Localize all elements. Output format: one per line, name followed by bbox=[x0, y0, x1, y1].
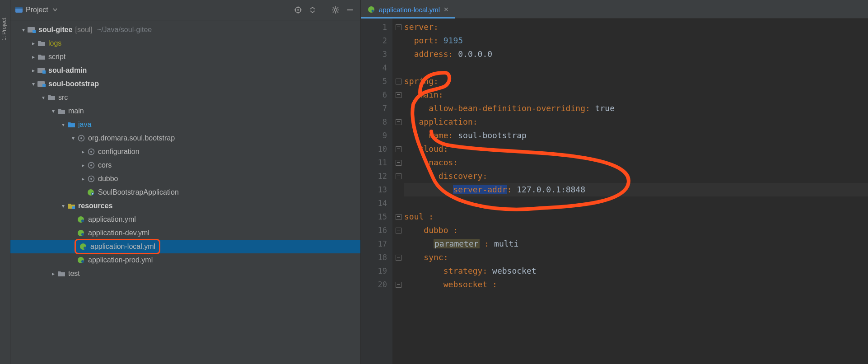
tree-row-soul-bootstrap[interactable]: ▾soul-bootstrap bbox=[10, 77, 360, 91]
svg-point-42 bbox=[81, 260, 84, 263]
tree-row-logs[interactable]: ▸logs bbox=[10, 37, 360, 50]
locate-target-button[interactable] bbox=[292, 4, 304, 16]
fold-blank bbox=[392, 102, 404, 115]
fold-toggle[interactable] bbox=[392, 278, 404, 291]
springcfg-icon bbox=[77, 215, 85, 224]
folder-icon bbox=[37, 40, 46, 47]
chevron-down-icon[interactable]: ▾ bbox=[59, 121, 67, 128]
tree-row-soul-admin[interactable]: ▸soul-admin bbox=[10, 64, 360, 77]
chevron-down-icon[interactable]: ▾ bbox=[29, 81, 37, 87]
chevron-right-icon[interactable]: ▸ bbox=[29, 54, 37, 60]
project-tree[interactable]: ▾soul-gitee[soul]~/Java/soul-gitee▸logs▸… bbox=[10, 20, 360, 280]
pkg-icon bbox=[77, 135, 85, 142]
rail-project-label[interactable]: 1: Project bbox=[1, 18, 7, 41]
tree-row-application-local-yml[interactable]: ▸application-local.yml bbox=[10, 240, 360, 253]
fold-toggle[interactable] bbox=[392, 115, 404, 129]
fold-toggle[interactable] bbox=[392, 156, 404, 169]
editor-tab-application-local[interactable]: application-local.yml ✕ bbox=[361, 0, 455, 18]
tree-row-application-dev-yml[interactable]: ▸application-dev.yml bbox=[10, 226, 360, 240]
code-line[interactable]: cloud: bbox=[404, 142, 868, 156]
chevron-down-icon[interactable]: ▾ bbox=[49, 108, 57, 114]
tree-row-application-prod-yml[interactable]: ▸application-prod.yml bbox=[10, 253, 360, 267]
code-line[interactable]: server: bbox=[404, 20, 868, 34]
tree-row-configuration[interactable]: ▸configuration bbox=[10, 145, 360, 159]
fold-minus-icon bbox=[396, 282, 401, 288]
fold-toggle[interactable] bbox=[392, 224, 404, 237]
tree-label: configuration bbox=[98, 148, 140, 156]
code-line[interactable] bbox=[404, 196, 868, 210]
code-line[interactable]: sync: bbox=[404, 251, 868, 264]
expand-all-button[interactable] bbox=[307, 4, 318, 16]
chevron-down-icon[interactable]: ▾ bbox=[39, 94, 47, 101]
chevron-right-icon[interactable]: ▸ bbox=[79, 176, 87, 182]
editor-body[interactable]: 1234567891011121314151617181920 server: … bbox=[361, 19, 868, 364]
tree-row-soul-gitee[interactable]: ▾soul-gitee[soul]~/Java/soul-gitee bbox=[10, 23, 360, 37]
code-line[interactable]: nacos: bbox=[404, 156, 868, 169]
gutter-line-number: 7 bbox=[361, 102, 387, 115]
chevron-down-icon[interactable]: ▾ bbox=[69, 135, 77, 141]
tree-row-script[interactable]: ▸script bbox=[10, 50, 360, 64]
tree-row-application-yml[interactable]: ▸application.yml bbox=[10, 213, 360, 226]
chevron-right-icon[interactable]: ▸ bbox=[29, 67, 37, 74]
gutter-line-number: 18 bbox=[361, 251, 387, 264]
project-view-selector[interactable]: Project bbox=[26, 6, 59, 14]
code-line[interactable]: parameter : multi bbox=[404, 237, 868, 251]
code-line[interactable] bbox=[404, 61, 868, 75]
tree-row-src[interactable]: ▾src bbox=[10, 91, 360, 104]
editor-panel: application-local.yml ✕ 1234567891011121… bbox=[361, 0, 868, 364]
fold-toggle[interactable] bbox=[392, 169, 404, 183]
fold-toggle[interactable] bbox=[392, 88, 404, 102]
fold-blank bbox=[392, 237, 404, 251]
tool-window-rail[interactable]: 1: Project bbox=[0, 0, 10, 364]
fold-toggle[interactable] bbox=[392, 142, 404, 156]
close-icon[interactable]: ✕ bbox=[443, 6, 449, 13]
chevron-right-icon[interactable]: ▸ bbox=[49, 271, 57, 277]
tree-row-resources[interactable]: ▾resources bbox=[10, 199, 360, 213]
svg-point-36 bbox=[81, 219, 84, 222]
fold-toggle[interactable] bbox=[392, 210, 404, 224]
code-line[interactable]: allow-bean-definition-overriding: true bbox=[404, 102, 868, 115]
tree-row-java[interactable]: ▾java bbox=[10, 118, 360, 131]
tree-row-org-dromara-soul-bootstrap[interactable]: ▾org.dromara.soul.bootstrap bbox=[10, 131, 360, 145]
tree-row-test[interactable]: ▸test bbox=[10, 267, 360, 280]
code-token-key: name: bbox=[429, 131, 458, 140]
chevron-down-icon[interactable]: ▾ bbox=[19, 27, 28, 33]
svg-point-38 bbox=[81, 233, 84, 236]
code-line[interactable]: application: bbox=[404, 115, 868, 129]
fold-strip[interactable] bbox=[392, 19, 404, 364]
code-line[interactable]: server-addr: 127.0.0.1:8848 bbox=[404, 183, 868, 196]
code-token-selkey: server-addr bbox=[453, 185, 507, 194]
chevron-right-icon[interactable]: ▸ bbox=[79, 162, 87, 168]
tree-row-cors[interactable]: ▸cors bbox=[10, 159, 360, 172]
editor-tab-bar[interactable]: application-local.yml ✕ bbox=[361, 0, 868, 19]
chevron-right-icon[interactable]: ▸ bbox=[79, 149, 87, 155]
fold-toggle[interactable] bbox=[392, 251, 404, 264]
fold-minus-icon bbox=[396, 214, 401, 220]
module-icon bbox=[37, 67, 46, 74]
hide-button[interactable] bbox=[344, 4, 356, 16]
tree-label: application-dev.yml bbox=[88, 229, 149, 237]
code-token-key: websocket : bbox=[443, 280, 497, 289]
code-line[interactable]: address: 0.0.0.0 bbox=[404, 47, 868, 61]
code-line[interactable]: port: 9195 bbox=[404, 34, 868, 47]
code-line[interactable]: name: soul-bootstrap bbox=[404, 129, 868, 142]
code-line[interactable]: soul : bbox=[404, 210, 868, 224]
code-line[interactable]: websocket : bbox=[404, 278, 868, 291]
tree-label: SoulBootstrapApplication bbox=[98, 188, 179, 196]
tree-row-dubbo[interactable]: ▸dubbo bbox=[10, 172, 360, 186]
code-line[interactable]: dubbo : bbox=[404, 224, 868, 237]
fold-toggle[interactable] bbox=[392, 75, 404, 88]
tree-row-soulbootstrapapplication[interactable]: ▸SoulBootstrapApplication bbox=[10, 186, 360, 199]
code-line[interactable]: strategy: websocket bbox=[404, 264, 868, 278]
code-line[interactable]: main: bbox=[404, 88, 868, 102]
chevron-down-icon[interactable]: ▾ bbox=[59, 203, 67, 209]
tree-row-main[interactable]: ▾main bbox=[10, 104, 360, 118]
project-header: Project bbox=[10, 0, 360, 20]
gutter-line-number: 4 bbox=[361, 61, 387, 75]
code-line[interactable]: discovery: bbox=[404, 169, 868, 183]
chevron-right-icon[interactable]: ▸ bbox=[29, 40, 37, 47]
code-line[interactable]: spring: bbox=[404, 75, 868, 88]
code-area[interactable]: server: port: 9195 address: 0.0.0.0sprin… bbox=[404, 19, 868, 364]
fold-toggle[interactable] bbox=[392, 20, 404, 34]
settings-button[interactable] bbox=[330, 4, 341, 16]
